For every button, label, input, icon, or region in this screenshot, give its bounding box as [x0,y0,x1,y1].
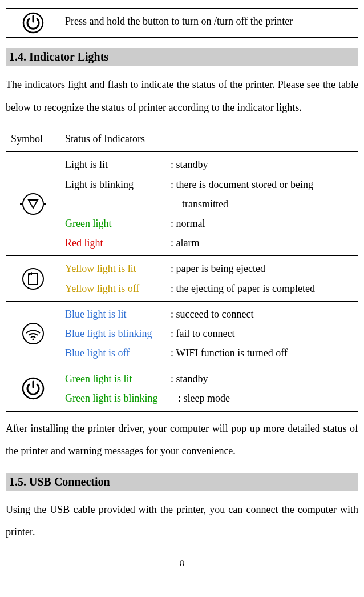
wifi-icon [20,320,46,347]
header-symbol: Symbol [6,126,60,152]
svg-point-5 [23,269,43,289]
header-status: Status of Indicators [60,126,358,152]
status-value: : fail to connect [171,324,353,343]
status-value: : there is document stored or being [171,175,353,194]
indicator-status-table: Symbol Status of Indicators Light is lit… [6,126,358,411]
status-label: Light is lit [65,155,171,174]
table-row: Yellow light is lit: paper is being ejec… [6,256,358,301]
section-1-4-outro: After installing the printer driver, you… [6,418,358,463]
status-label: Green light [65,214,171,233]
power-icon [22,11,45,34]
status-label: Blue light is lit [65,304,171,324]
status-label: Green light is lit [65,369,171,388]
status-value: : alarm [171,233,353,253]
status-value: : standby [171,369,353,388]
status-value: : normal [171,214,353,233]
status-value: : paper is being ejected [171,259,353,278]
paper-eject-icon [20,266,46,292]
status-value: transmitted [171,194,353,214]
power-description: Press and hold the button to turn on /tu… [60,9,358,38]
status-value: : the ejecting of paper is completed [171,279,353,298]
status-label: Yellow light is off [65,279,171,298]
status-value: : succeed to connect [171,304,353,324]
status-label: Yellow light is lit [65,259,171,278]
status-value: : WIFI function is turned off [171,343,353,363]
svg-point-8 [33,338,34,340]
svg-point-1 [23,194,43,214]
page-number: 8 [6,559,358,568]
section-heading-1-4: 1.4. Indicator Lights [6,48,358,66]
status-label: Green light is blinking [65,388,178,408]
section-1-5-body: Using the USB cable provided with the pr… [6,499,358,544]
table-row: Light is lit: standby Light is blinking:… [6,152,358,256]
status-value: : sleep mode [178,388,353,408]
table-header-row: Symbol Status of Indicators [6,126,358,152]
status-label: Blue light is blinking [65,324,171,343]
status-label: Light is blinking [65,175,171,194]
section-1-4-intro: The indicators light and flash to indica… [6,74,358,119]
power-indicator-icon [20,375,46,402]
status-indicator-icon [20,191,46,217]
status-value: : standby [171,155,353,174]
status-label: Blue light is off [65,343,171,363]
table-row: Green light is lit: standby Green light … [6,366,358,411]
power-button-table: Press and hold the button to turn on /tu… [6,8,358,38]
svg-marker-2 [29,200,38,208]
section-heading-1-5: 1.5. USB Connection [6,473,358,491]
power-icon-cell [6,9,60,38]
table-row: Blue light is lit: succeed to connect Bl… [6,301,358,366]
status-label: Red light [65,233,171,253]
